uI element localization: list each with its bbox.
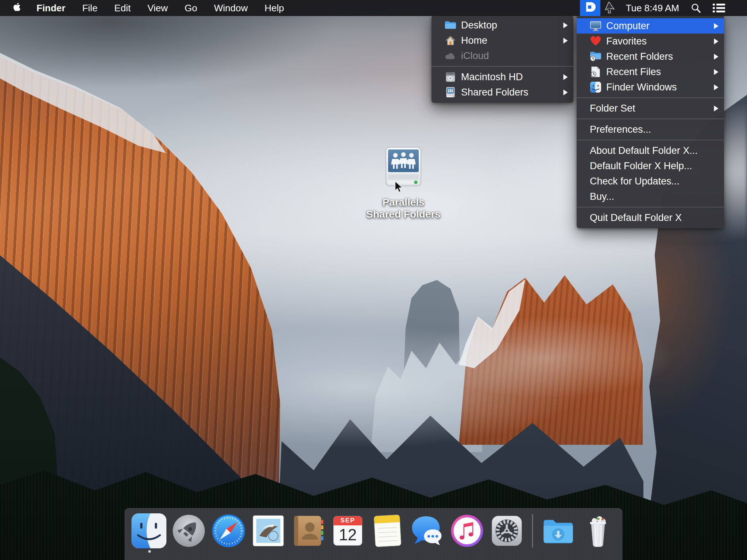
menu-view[interactable]: View — [139, 0, 176, 16]
menu-bar-right: Tue 8:49 AM — [580, 0, 747, 16]
dock-item-notes[interactable] — [370, 513, 405, 548]
submenu-arrow-icon — [563, 89, 568, 96]
dock-item-safari[interactable] — [211, 513, 246, 548]
menu-item-about-default-folder-x[interactable]: About Default Folder X... — [577, 143, 724, 158]
menu-bar-clock[interactable]: Tue 8:49 AM — [626, 3, 679, 14]
menu-item-home[interactable]: Home — [431, 33, 573, 48]
dock-separator — [532, 514, 533, 548]
dock: SEP 12 — [125, 508, 623, 560]
menu-item-preferences[interactable]: Preferences... — [577, 122, 724, 137]
menu-go[interactable]: Go — [176, 0, 206, 16]
shared-drive-small-icon — [445, 86, 456, 98]
dock-item-finder[interactable] — [132, 513, 167, 548]
desktop-icon-label: Parallels Shared Folders — [365, 196, 442, 220]
default-folder-x-icon — [584, 0, 597, 16]
menu-item-default-folder-x-help[interactable]: Default Folder X Help... — [577, 158, 724, 174]
menu-edit[interactable]: Edit — [106, 0, 139, 16]
default-folder-x-menu: Computer Favorites Recent Folders Recent… — [577, 16, 724, 228]
menu-item-icloud: iCloud — [431, 48, 573, 63]
menu-separator — [577, 97, 724, 98]
desktop-icon-parallels-shared-folders[interactable]: Parallels Shared Folders — [365, 147, 442, 220]
menu-item-favorites[interactable]: Favorites — [577, 34, 724, 49]
submenu-arrow-icon — [713, 53, 719, 60]
menu-help[interactable]: Help — [256, 0, 292, 16]
menu-item-finder-windows[interactable]: Finder Windows — [577, 79, 724, 95]
cloud-icon — [445, 50, 456, 62]
dock-item-downloads-folder[interactable] — [541, 513, 576, 548]
calendar-month-label: SEP — [330, 517, 365, 524]
submenu-arrow-icon — [713, 69, 719, 75]
menu-separator — [431, 66, 573, 67]
submenu-arrow-icon — [713, 23, 719, 30]
apple-menu[interactable] — [0, 2, 28, 14]
submenu-arrow-icon — [713, 38, 719, 45]
spotlight-search-icon[interactable] — [691, 3, 701, 13]
menu-file[interactable]: File — [74, 0, 106, 16]
pointer-menu-extra[interactable] — [605, 2, 616, 14]
computer-icon — [590, 20, 601, 32]
folder-icon — [445, 19, 456, 31]
menu-item-recent-folders[interactable]: Recent Folders — [577, 49, 724, 64]
menu-window[interactable]: Window — [206, 0, 256, 16]
shared-drive-icon — [383, 147, 424, 190]
menu-separator — [577, 140, 724, 140]
menu-bar-left: Finder File Edit View Go Window Help — [0, 0, 293, 16]
calendar-day-label: 12 — [330, 526, 365, 544]
dock-item-messages[interactable] — [410, 513, 445, 548]
submenu-arrow-icon — [563, 74, 568, 81]
menu-item-macintosh-hd[interactable]: Macintosh HD — [431, 69, 573, 85]
menu-item-shared-folders[interactable]: Shared Folders — [431, 85, 573, 100]
dock-item-trash[interactable] — [581, 513, 616, 548]
finder-icon — [590, 81, 601, 93]
apple-logo-icon — [13, 2, 21, 14]
hard-drive-icon — [445, 71, 456, 83]
submenu-arrow-icon — [563, 22, 568, 29]
notification-center-icon[interactable] — [713, 3, 725, 13]
mouse-cursor-icon — [394, 181, 403, 195]
file-clock-icon — [590, 66, 601, 78]
default-folder-x-menu-extra[interactable] — [580, 0, 600, 16]
desktop-screen: Parallels Shared Folders Finder File Edi… — [0, 0, 747, 560]
menu-item-buy[interactable]: Buy... — [577, 189, 724, 204]
dock-item-mail[interactable] — [251, 513, 286, 548]
dock-item-launchpad[interactable] — [171, 513, 206, 548]
menu-bar: Finder File Edit View Go Window Help — [0, 0, 747, 16]
submenu-arrow-icon — [563, 37, 568, 44]
dock-item-calendar[interactable]: SEP 12 — [330, 513, 365, 548]
menu-item-recent-files[interactable]: Recent Files — [577, 64, 724, 79]
menu-item-computer[interactable]: Computer — [577, 18, 724, 34]
home-icon — [445, 35, 456, 46]
menu-separator — [577, 207, 724, 207]
menu-item-quit-default-folder-x[interactable]: Quit Default Folder X — [577, 210, 724, 225]
dock-item-itunes[interactable] — [450, 513, 485, 548]
submenu-arrow-icon — [713, 84, 719, 91]
dock-item-system-preferences[interactable] — [489, 513, 525, 548]
heart-icon — [590, 35, 601, 47]
menu-item-check-for-updates[interactable]: Check for Updates... — [577, 174, 724, 189]
menu-item-desktop[interactable]: Desktop — [431, 18, 573, 33]
submenu-arrow-icon — [713, 105, 719, 112]
app-menu-finder[interactable]: Finder — [28, 0, 74, 16]
dock-item-contacts[interactable] — [291, 513, 326, 548]
menu-item-folder-set[interactable]: Folder Set — [577, 101, 724, 116]
menu-separator — [577, 118, 724, 119]
folder-clock-icon — [590, 51, 601, 62]
finder-running-indicator — [148, 550, 151, 553]
computer-submenu: Desktop Home iCloud Macintosh HD — [431, 15, 573, 103]
